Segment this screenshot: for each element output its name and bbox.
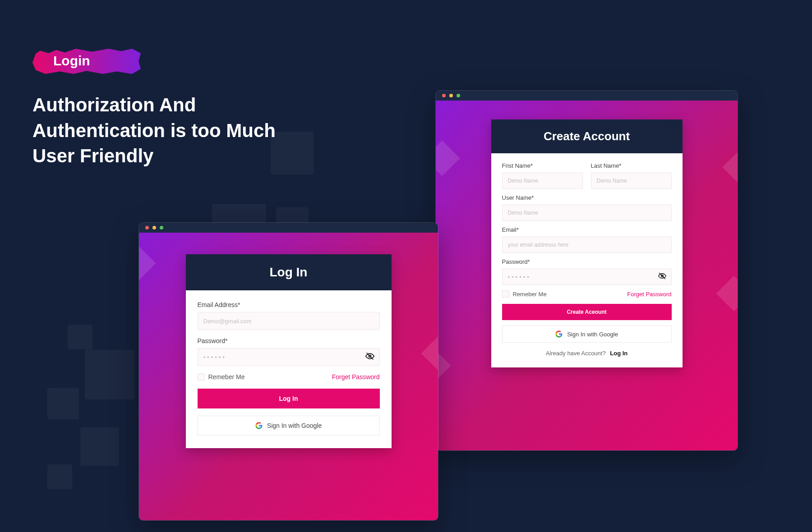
signup-google-button[interactable]: Sign In with Google bbox=[502, 326, 672, 343]
maximize-icon[interactable] bbox=[160, 226, 163, 229]
login-google-label: Sign In with Google bbox=[267, 422, 322, 429]
close-icon[interactable] bbox=[442, 94, 446, 97]
login-password-label: Password* bbox=[198, 337, 380, 344]
first-name-input[interactable] bbox=[502, 173, 583, 189]
badge: Login bbox=[32, 49, 141, 74]
minimize-icon[interactable] bbox=[449, 94, 453, 97]
eye-off-icon[interactable] bbox=[658, 272, 666, 282]
page-headline: Authorization And Authentication is too … bbox=[32, 92, 321, 169]
signup-password-label: Password* bbox=[502, 258, 672, 265]
create-account-button[interactable]: Create Aceount bbox=[502, 304, 672, 320]
first-name-label: Frist Name* bbox=[502, 162, 583, 169]
login-forget-link[interactable]: Forget Password bbox=[332, 373, 380, 381]
login-button[interactable]: Log In bbox=[198, 389, 380, 408]
login-link[interactable]: Log In bbox=[610, 350, 627, 357]
login-window: Log In Email Address* Password* •••••• bbox=[138, 222, 438, 521]
google-icon bbox=[255, 422, 263, 429]
login-remember-checkbox[interactable] bbox=[198, 373, 205, 381]
last-name-label: Last Name* bbox=[591, 162, 672, 169]
login-google-button[interactable]: Sign In with Google bbox=[198, 416, 380, 436]
window-titlebar bbox=[436, 91, 738, 101]
signup-window: Create Account Frist Name* Last Name* Us… bbox=[435, 90, 738, 451]
maximize-icon[interactable] bbox=[457, 94, 460, 97]
signup-google-label: Sign In with Google bbox=[567, 331, 618, 338]
signup-remember-label: Remeber Me bbox=[513, 291, 547, 298]
login-email-label: Email Address* bbox=[198, 301, 380, 308]
signup-email-input[interactable] bbox=[502, 237, 672, 253]
last-name-input[interactable] bbox=[591, 173, 672, 189]
login-title: Log In bbox=[186, 254, 392, 290]
login-remember-label: Remeber Me bbox=[208, 373, 245, 381]
login-email-input[interactable] bbox=[198, 312, 380, 330]
badge-text: Login bbox=[53, 53, 90, 69]
username-label: User Name* bbox=[502, 194, 672, 201]
already-text: Already have Account? Log In bbox=[502, 350, 672, 357]
signup-forget-link[interactable]: Forget Password bbox=[627, 291, 671, 298]
eye-off-icon[interactable] bbox=[365, 352, 374, 362]
signup-title: Create Account bbox=[491, 119, 683, 153]
signup-remember-checkbox[interactable] bbox=[502, 290, 509, 298]
signup-email-label: Email* bbox=[502, 226, 672, 233]
minimize-icon[interactable] bbox=[152, 226, 156, 229]
signup-password-input[interactable]: •••••• bbox=[502, 269, 672, 285]
google-icon bbox=[555, 330, 563, 338]
login-password-input[interactable]: •••••• bbox=[198, 348, 380, 366]
window-titlebar bbox=[139, 223, 438, 233]
close-icon[interactable] bbox=[145, 226, 149, 229]
username-input[interactable] bbox=[502, 205, 672, 221]
